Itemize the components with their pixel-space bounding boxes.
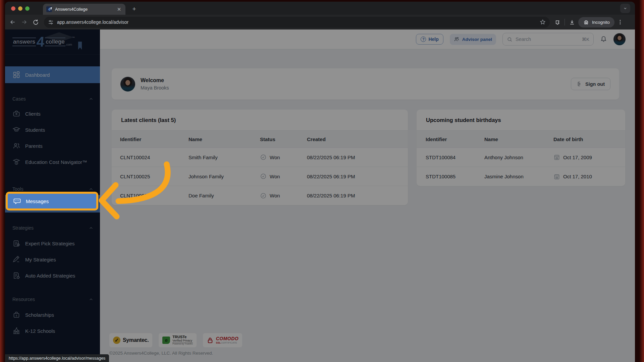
app-viewport: answers 4 college .com ™ Dashboard Cases <box>5 29 635 362</box>
address-bar[interactable]: app.answers4college.local/advisor <box>44 17 550 28</box>
incognito-label: Incognito <box>592 20 610 25</box>
forward-button[interactable] <box>20 18 29 26</box>
site-settings-tune-icon <box>48 19 54 25</box>
browser-menu-button[interactable] <box>616 18 625 26</box>
status-bar: https://app.answers4college.local/adviso… <box>5 354 109 362</box>
desktop: 4 Answers4College ✕ + app.answers4colleg… <box>0 0 644 362</box>
puzzle-icon <box>554 19 561 25</box>
browser-toolbar: app.answers4college.local/advisor Incogn… <box>5 15 635 29</box>
sidebar-item-label: Messages <box>26 198 49 204</box>
browser-tab[interactable]: 4 Answers4College ✕ <box>43 4 125 15</box>
site-favicon-icon: 4 <box>46 6 52 12</box>
close-window-button[interactable] <box>11 6 15 11</box>
incognito-badge: Incognito <box>578 17 614 27</box>
minimize-window-button[interactable] <box>18 6 22 11</box>
window-controls <box>11 6 30 11</box>
downloads-button[interactable] <box>568 18 576 26</box>
zoom-window-button[interactable] <box>25 6 30 11</box>
toolbar-divider <box>565 19 565 25</box>
browser-window: 4 Answers4College ✕ + app.answers4colleg… <box>5 2 635 362</box>
tab-close-icon[interactable]: ✕ <box>116 6 122 12</box>
tab-list-chevron-button[interactable] <box>620 4 630 13</box>
forward-arrow-icon <box>21 19 28 25</box>
reload-icon <box>33 19 39 25</box>
back-button[interactable] <box>8 18 17 26</box>
bookmark-star-icon[interactable] <box>540 19 546 25</box>
chat-bubble-icon <box>13 197 21 205</box>
new-tab-button[interactable]: + <box>130 5 139 14</box>
dim-overlay <box>5 29 635 362</box>
annotation-highlight-box-messages[interactable]: Messages <box>6 192 98 210</box>
incognito-icon <box>583 19 589 25</box>
kebab-menu-icon <box>617 19 623 25</box>
extensions-button[interactable] <box>553 18 562 26</box>
tab-title: Answers4College <box>55 7 113 12</box>
status-link-url: https://app.answers4college.local/adviso… <box>9 356 105 361</box>
tab-strip: 4 Answers4College ✕ + <box>5 2 635 15</box>
back-arrow-icon <box>9 19 16 25</box>
url-text: app.answers4college.local/advisor <box>57 19 536 25</box>
reload-button[interactable] <box>31 18 40 26</box>
download-icon <box>569 19 575 25</box>
chevron-down-icon <box>623 6 627 10</box>
